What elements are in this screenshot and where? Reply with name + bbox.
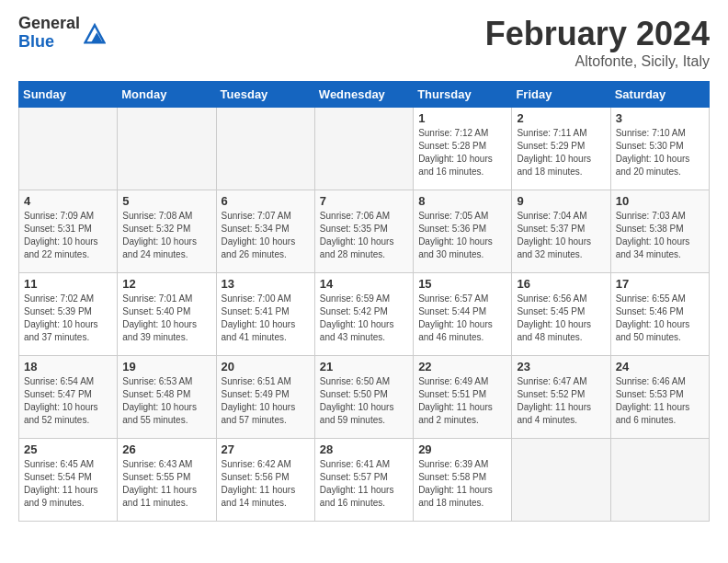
day-info: Sunrise: 7:03 AM Sunset: 5:38 PM Dayligh… [616,210,704,261]
day-number: 26 [122,442,210,456]
header-row: SundayMondayTuesdayWednesdayThursdayFrid… [19,82,710,108]
day-number: 22 [418,360,506,373]
day-info: Sunrise: 6:49 AM Sunset: 5:51 PM Dayligh… [418,375,506,427]
calendar-cell: 26Sunrise: 6:43 AM Sunset: 5:55 PM Dayli… [118,439,216,522]
calendar-cell: 11Sunrise: 7:02 AM Sunset: 5:39 PM Dayli… [19,273,118,356]
col-header-sunday: Sunday [19,82,118,108]
calendar-cell: 24Sunrise: 6:46 AM Sunset: 5:53 PM Dayli… [610,356,709,439]
day-number: 1 [418,111,506,125]
day-info: Sunrise: 6:59 AM Sunset: 5:42 PM Dayligh… [320,293,408,344]
col-header-wednesday: Wednesday [314,82,413,108]
day-number: 8 [418,194,506,208]
day-number: 13 [222,277,310,291]
day-info: Sunrise: 6:42 AM Sunset: 5:56 PM Dayligh… [222,458,310,510]
day-number: 12 [122,277,210,291]
day-info: Sunrise: 6:39 AM Sunset: 5:58 PM Dayligh… [418,458,506,510]
day-info: Sunrise: 7:11 AM Sunset: 5:29 PM Dayligh… [517,127,605,178]
day-info: Sunrise: 6:50 AM Sunset: 5:50 PM Dayligh… [320,375,408,427]
month-title: February 2024 [485,15,710,53]
day-number: 28 [320,442,408,456]
col-header-monday: Monday [118,82,216,108]
calendar-cell: 2Sunrise: 7:11 AM Sunset: 5:29 PM Daylig… [512,108,610,190]
calendar-cell: 20Sunrise: 6:51 AM Sunset: 5:49 PM Dayli… [216,356,314,439]
day-number: 20 [222,360,310,373]
col-header-thursday: Thursday [414,82,512,108]
day-number: 17 [616,277,704,291]
day-info: Sunrise: 7:07 AM Sunset: 5:34 PM Dayligh… [222,210,310,261]
day-number: 7 [320,194,408,208]
day-number: 10 [616,194,704,208]
day-info: Sunrise: 6:53 AM Sunset: 5:48 PM Dayligh… [122,375,210,427]
week-row-4: 18Sunrise: 6:54 AM Sunset: 5:47 PM Dayli… [19,356,710,439]
calendar-cell: 14Sunrise: 6:59 AM Sunset: 5:42 PM Dayli… [314,273,413,356]
calendar-cell: 23Sunrise: 6:47 AM Sunset: 5:52 PM Dayli… [512,356,610,439]
day-number: 19 [122,360,210,373]
day-info: Sunrise: 7:05 AM Sunset: 5:36 PM Dayligh… [418,210,506,261]
day-number: 6 [222,194,310,208]
col-header-tuesday: Tuesday [216,82,314,108]
day-info: Sunrise: 6:56 AM Sunset: 5:45 PM Dayligh… [517,293,605,344]
calendar-cell: 12Sunrise: 7:01 AM Sunset: 5:40 PM Dayli… [118,273,216,356]
day-number: 21 [320,360,408,373]
calendar-cell: 28Sunrise: 6:41 AM Sunset: 5:57 PM Dayli… [314,439,413,522]
day-number: 14 [320,277,408,291]
logo: General Blue [18,15,106,52]
day-number: 15 [418,277,506,291]
calendar-cell [19,108,118,190]
week-row-2: 4Sunrise: 7:09 AM Sunset: 5:31 PM Daylig… [19,190,710,273]
logo-line1: General [18,15,80,33]
col-header-saturday: Saturday [610,82,709,108]
week-row-5: 25Sunrise: 6:45 AM Sunset: 5:54 PM Dayli… [19,439,710,522]
calendar-cell: 17Sunrise: 6:55 AM Sunset: 5:46 PM Dayli… [610,273,709,356]
day-number: 18 [24,360,112,373]
calendar-cell: 29Sunrise: 6:39 AM Sunset: 5:58 PM Dayli… [414,439,512,522]
day-info: Sunrise: 7:00 AM Sunset: 5:41 PM Dayligh… [222,293,310,344]
day-info: Sunrise: 7:08 AM Sunset: 5:32 PM Dayligh… [122,210,210,261]
calendar-cell [610,439,709,522]
day-number: 29 [418,442,506,456]
calendar-cell: 9Sunrise: 7:04 AM Sunset: 5:37 PM Daylig… [512,190,610,273]
day-info: Sunrise: 7:09 AM Sunset: 5:31 PM Dayligh… [24,210,112,261]
calendar-cell: 6Sunrise: 7:07 AM Sunset: 5:34 PM Daylig… [216,190,314,273]
day-info: Sunrise: 6:55 AM Sunset: 5:46 PM Dayligh… [616,293,704,344]
day-info: Sunrise: 6:43 AM Sunset: 5:55 PM Dayligh… [122,458,210,510]
day-number: 23 [517,360,605,373]
calendar-cell [314,108,413,190]
day-info: Sunrise: 6:41 AM Sunset: 5:57 PM Dayligh… [320,458,408,510]
calendar-cell: 3Sunrise: 7:10 AM Sunset: 5:30 PM Daylig… [610,108,709,190]
calendar-cell [512,439,610,522]
day-info: Sunrise: 7:06 AM Sunset: 5:35 PM Dayligh… [320,210,408,261]
calendar-cell: 1Sunrise: 7:12 AM Sunset: 5:28 PM Daylig… [414,108,512,190]
calendar-cell: 7Sunrise: 7:06 AM Sunset: 5:35 PM Daylig… [314,190,413,273]
calendar-cell: 10Sunrise: 7:03 AM Sunset: 5:38 PM Dayli… [610,190,709,273]
calendar-cell: 21Sunrise: 6:50 AM Sunset: 5:50 PM Dayli… [314,356,413,439]
day-info: Sunrise: 7:01 AM Sunset: 5:40 PM Dayligh… [122,293,210,344]
day-info: Sunrise: 6:51 AM Sunset: 5:49 PM Dayligh… [222,375,310,427]
day-number: 27 [222,442,310,456]
title-block: February 2024 Altofonte, Sicily, Italy [485,15,710,70]
week-row-1: 1Sunrise: 7:12 AM Sunset: 5:28 PM Daylig… [19,108,710,190]
calendar-cell [216,108,314,190]
day-number: 16 [517,277,605,291]
calendar-cell: 16Sunrise: 6:56 AM Sunset: 5:45 PM Dayli… [512,273,610,356]
location: Altofonte, Sicily, Italy [485,53,710,70]
calendar-cell: 5Sunrise: 7:08 AM Sunset: 5:32 PM Daylig… [118,190,216,273]
calendar-cell: 15Sunrise: 6:57 AM Sunset: 5:44 PM Dayli… [414,273,512,356]
calendar-cell: 27Sunrise: 6:42 AM Sunset: 5:56 PM Dayli… [216,439,314,522]
day-number: 2 [517,111,605,125]
day-number: 25 [24,442,112,456]
day-info: Sunrise: 6:54 AM Sunset: 5:47 PM Dayligh… [24,375,112,427]
day-info: Sunrise: 6:45 AM Sunset: 5:54 PM Dayligh… [24,458,112,510]
logo-icon [84,22,106,44]
day-number: 4 [24,194,112,208]
day-info: Sunrise: 7:12 AM Sunset: 5:28 PM Dayligh… [418,127,506,178]
calendar-cell: 8Sunrise: 7:05 AM Sunset: 5:36 PM Daylig… [414,190,512,273]
week-row-3: 11Sunrise: 7:02 AM Sunset: 5:39 PM Dayli… [19,273,710,356]
day-info: Sunrise: 6:57 AM Sunset: 5:44 PM Dayligh… [418,293,506,344]
logo-line2: Blue [18,33,80,52]
day-number: 24 [616,360,704,373]
day-number: 11 [24,277,112,291]
page-container: General Blue February 2024 Altofonte, Si… [0,0,728,536]
logo-text: General Blue [18,15,80,52]
calendar-cell: 19Sunrise: 6:53 AM Sunset: 5:48 PM Dayli… [118,356,216,439]
